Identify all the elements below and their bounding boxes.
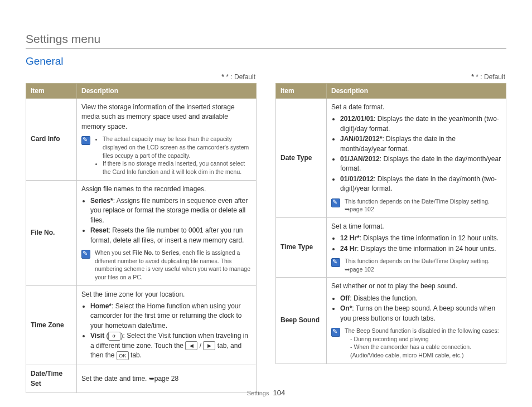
option-label: 01/JAN/2012 [340, 155, 380, 163]
desc-beep-sound: Set whether or not to play the beep soun… [327, 278, 506, 364]
item-beep-sound: Beep Sound [276, 278, 327, 364]
option-text: : Select the Home function when using yo… [90, 302, 241, 330]
list-item: 12 Hr*: Displays the time information in… [340, 234, 501, 243]
note-icon [331, 198, 340, 207]
note-list-item: If there is no storage media inserted, y… [103, 159, 252, 176]
list-item: 24 Hr: Displays the time information in … [340, 244, 501, 254]
option-label: 12 Hr* [340, 234, 360, 242]
settings-table-left: Item Description Card Info View the stor… [26, 83, 257, 393]
note-body: This function depends on the Date/Time D… [345, 258, 490, 264]
list-item: Reset: Resets the file number to 0001 af… [90, 226, 252, 245]
option-label: On* [340, 304, 352, 312]
note-sub-line: - When the camcorder has a cable connect… [350, 343, 501, 359]
intro-text: Set whether or not to play the beep soun… [331, 282, 457, 290]
option-list: 12 Hr*: Displays the time information in… [331, 234, 501, 254]
page-ref-icon: ➥ [149, 374, 154, 384]
note-text: This function depends on the Date/Time D… [345, 197, 490, 214]
note-box: The actual capacity may be less than the… [81, 135, 252, 176]
option-label: JAN/01/2012* [340, 135, 382, 143]
note-box: This function depends on the Date/Time D… [331, 257, 501, 273]
note-text: The Beep Sound function is disabled in t… [345, 327, 501, 360]
list-item: 2012/01/01: Displays the date in the yea… [340, 114, 501, 134]
table-row: Card Info View the storage information o… [26, 99, 257, 181]
arrow-right-icon: ▶ [203, 341, 215, 350]
footer-section: Settings [247, 390, 269, 396]
list-item: 01/JAN/2012: Displays the date in the da… [340, 154, 501, 174]
table-row: File No. Assign file names to the record… [26, 180, 257, 285]
desc-date-type: Set a date format. 2012/01/01: Displays … [327, 99, 506, 218]
item-time-zone: Time Zone [26, 285, 77, 365]
option-list: 2012/01/01: Displays the date in the yea… [331, 114, 501, 193]
list-item: Home*: Select the Home function when usi… [90, 302, 252, 331]
desc-card-info: View the storage information of the inse… [77, 99, 257, 181]
page-ref: page 102 [350, 206, 374, 212]
list-item: 01/01/2012: Displays the date in the day… [340, 175, 501, 194]
ok-icon: OK [117, 351, 129, 360]
col-header-desc: Description [77, 84, 257, 99]
list-item: Series*: Assigns file numbers in sequenc… [90, 196, 252, 225]
note-icon [331, 328, 340, 337]
item-date-type: Date Type [276, 99, 327, 218]
note-icon [331, 258, 340, 267]
desc-file-no: Assign file names to the recorded images… [77, 180, 257, 285]
col-header-item: Item [26, 84, 77, 99]
option-text: : Turns on the beep sound. A beep sounds… [340, 304, 495, 322]
bold-term: File No. [132, 249, 153, 256]
option-text: : Displays the time information in 24 ho… [357, 245, 496, 253]
note-text: This function depends on the Date/Time D… [345, 257, 490, 273]
table-row: Date Type Set a date format. 2012/01/01:… [276, 99, 506, 218]
note-text: The actual capacity may be less than the… [95, 135, 252, 176]
intro-text: Set a date format. [331, 103, 384, 111]
list-item: Visit (✈): Select the Visit function whe… [90, 331, 252, 360]
list-item: Off: Disables the function. [340, 294, 501, 303]
arrow-left-icon: ◀ [185, 341, 197, 350]
page-footer: Settings 104 [0, 389, 532, 397]
note-box: This function depends on the Date/Time D… [331, 197, 501, 214]
page-ref-icon: ➥ [345, 265, 350, 274]
item-card-info: Card Info [26, 99, 77, 181]
bold-term: Series [162, 249, 180, 256]
option-label: Series* [90, 197, 113, 205]
document-page: Settings menu General * * : Default Item… [0, 0, 532, 407]
settings-table-right: Item Description Date Type Set a date fo… [275, 83, 506, 364]
page-ref: page 102 [350, 266, 374, 273]
table-row: Time Zone Set the time zone for your loc… [26, 285, 257, 365]
note-list-item: The actual capacity may be less than the… [103, 135, 252, 159]
item-time-type: Time Type [276, 217, 327, 278]
option-label: 2012/01/01 [340, 115, 374, 123]
option-label: Reset [90, 226, 109, 234]
desc-time-type: Set a time format. 12 Hr*: Displays the … [327, 217, 506, 278]
option-text: ( [104, 332, 108, 340]
col-header-item: Item [276, 84, 327, 99]
default-legend-text: * : Default [476, 73, 505, 81]
page-ref-icon: ➥ [345, 205, 350, 214]
visit-icon: ✈ [108, 332, 120, 341]
default-legend-text: * : Default [226, 73, 255, 81]
note-icon [81, 250, 90, 259]
intro-text: Assign file names to the recorded images… [81, 185, 206, 193]
intro-text: Set a time format. [331, 222, 384, 230]
note-sub-line: - During recording and playing [350, 335, 501, 343]
left-column: * * : Default Item Description Card Info… [26, 73, 257, 393]
section-heading: General [26, 55, 506, 67]
list-item: JAN/01/2012*: Displays the date in the m… [340, 134, 501, 154]
note-text: When you set File No. to Series, each fi… [95, 249, 252, 282]
note-body: The Beep Sound function is disabled in t… [345, 327, 499, 334]
table-row: Time Type Set a time format. 12 Hr*: Dis… [276, 217, 506, 278]
list-item: On*: Turns on the beep sound. A beep sou… [340, 304, 501, 323]
option-list: Home*: Select the Home function when usi… [81, 302, 252, 360]
option-list: Off: Disables the function. On*: Turns o… [331, 294, 501, 323]
option-text: : Assigns file numbers in sequence even … [90, 197, 248, 224]
content-columns: * * : Default Item Description Card Info… [26, 73, 506, 393]
option-text: / [197, 342, 203, 350]
page-title: Settings menu [26, 32, 506, 46]
intro-text: Set the date and time. [81, 375, 149, 382]
page-ref: page 28 [154, 375, 178, 382]
item-file-no: File No. [26, 180, 77, 285]
col-header-desc: Description [327, 84, 506, 99]
note-box: When you set File No. to Series, each fi… [81, 249, 252, 282]
title-divider [26, 48, 506, 49]
note-box: The Beep Sound function is disabled in t… [331, 327, 501, 360]
desc-time-zone: Set the time zone for your location. Hom… [77, 285, 257, 365]
note-icon [81, 136, 90, 145]
